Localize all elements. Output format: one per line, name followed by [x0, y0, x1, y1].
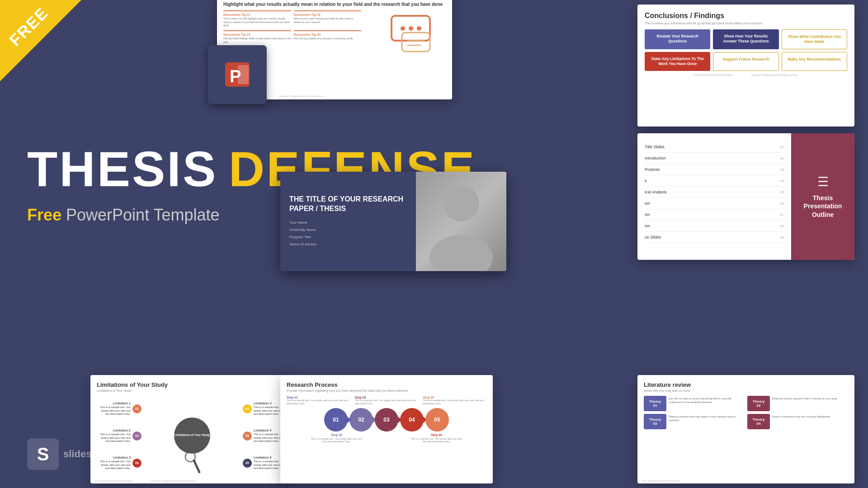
toc-list-icon: ☰ [817, 174, 829, 189]
conclusions-grid-2: State Any Limitations To The Work You Ha… [645, 52, 847, 71]
toc-list: Title Slides 01 Introduction 02 Purpose … [637, 133, 791, 260]
theory-02-box: Theory02 [747, 396, 770, 411]
svg-rect-9 [238, 65, 249, 84]
circle-1: 01 [324, 408, 348, 432]
lim-footer: Free Slidesalad PowerPoint Template Copy… [95, 479, 196, 482]
lit-footer: Free Slidesalad PowerPoint Template [642, 479, 679, 482]
toc-sidebar: ☰ Thesis Presentation Outline [791, 133, 854, 260]
toc-row-1: Title Slides 01 [645, 141, 784, 153]
research-top-steps: Step 01 This is a sample text. You simpl… [287, 396, 486, 405]
discussion-tip-4: Discussion Tip #4 How can you explain an… [294, 30, 362, 44]
conclusions-footer: Free Slidesalad PowerPoint Template Copy… [645, 74, 847, 76]
circle-2: 02 [349, 408, 373, 432]
powerpoint-icon-slide: P [208, 45, 267, 104]
conc-box-6: Make Any Recommendations [782, 52, 847, 71]
svg-point-2 [409, 26, 413, 31]
thesis-paper-title: THE TITLE OF YOUR RESEARCH PAPER / THESI… [289, 195, 407, 214]
limitations-center: Limitations of Your Study [174, 418, 210, 454]
research-circles: 01 02 03 04 05 [287, 408, 486, 432]
conc-box-2: Show How Your Results Answer These Quest… [713, 29, 778, 49]
toc-row-7: ion 07 [645, 209, 784, 221]
res-step-1: Step 01 This is a sample text. You simpl… [287, 396, 350, 405]
res-step-5: Step 05 This is a sample text. You simpl… [423, 396, 486, 405]
step-02-label: Step 02 [331, 433, 342, 436]
theory-04-desc: Areas of weakness that are currently hig… [772, 414, 848, 429]
chat-icon [387, 14, 446, 54]
research-title: Research Process [287, 381, 486, 388]
research-subtitle: Provide information regarding how you ha… [287, 389, 486, 392]
lit-row-4: Theory04 Areas of weakness that are curr… [747, 414, 848, 429]
toc-row-4: s 04 [645, 175, 784, 187]
limitations-subtitle: Limitations of Your Study [97, 389, 288, 392]
limitations-title: Limitations of Your Study [97, 381, 288, 388]
discussion-header: Highlight what your results actually mea… [223, 2, 446, 7]
circle-4: 04 [400, 408, 424, 432]
conc-box-1: Restate Your Research Questions [645, 29, 710, 49]
svg-point-11 [429, 235, 493, 271]
slide-toc: Title Slides 01 Introduction 02 Purpose … [637, 133, 854, 260]
svg-point-1 [401, 26, 405, 31]
lim-node-3: Limitation 3This is a sample text. You s… [99, 455, 142, 470]
slide-conclusions: Conclusions / Findings This is where you… [637, 5, 854, 127]
lit-row-3: Theory03 Different theories that may app… [644, 414, 745, 429]
thesis-right-photo [416, 172, 506, 271]
svg-line-13 [194, 460, 199, 472]
literature-title: Literature review [644, 381, 848, 388]
theory-03-desc: Different theories that may apply to you… [669, 414, 745, 429]
conc-box-5: Suggest Future Research [713, 52, 778, 71]
research-bottom-steps: Step 02 Step 04 [287, 433, 486, 436]
conc-box-3: Show What Contribution You Have Made [782, 29, 847, 49]
person-image [416, 172, 506, 271]
theory-01-box: Theory01 [644, 396, 666, 411]
lim-node-4: 04 Limitation 4This is a sample text. Yo… [243, 401, 285, 416]
conc-box-4: State Any Limitations To The Work You Ha… [645, 52, 710, 71]
theory-02-desc: Relevant current research that is releva… [772, 396, 848, 411]
toc-row-6: ion 06 [645, 198, 784, 209]
lim-node-6: 06 Limitation 6This is a sample text. Yo… [243, 455, 285, 470]
circle-3: 03 [375, 408, 398, 432]
lim-node-1: Limitation 1This is a sample text. You s… [99, 401, 142, 416]
lim-node-2: Limitation 2This is a sample text. You s… [99, 428, 142, 443]
discussion-tip-2: Discussion Tip #2 What are the major fin… [294, 10, 362, 28]
magnifier-icon [184, 450, 200, 475]
toc-row-5: ical Analysis 05 [645, 187, 784, 198]
literature-subtitle: Areas that you may wish to cover [644, 389, 848, 392]
theory-04-box: Theory04 [747, 414, 770, 429]
discussion-tip-1: Discussion Tip #1 This is where you will… [223, 10, 291, 28]
slide-literature: Literature review Areas that you may wis… [637, 375, 854, 483]
conclusions-grid: Restate Your Research Questions Show How… [645, 29, 847, 49]
slide-thesis-title: THE TITLE OF YOUR RESEARCH PAPER / THESI… [280, 172, 506, 271]
discussion-grid: Discussion Tip #1 This is where you will… [223, 10, 361, 44]
slide-limitations: Limitations of Your Study Limitations of… [90, 375, 294, 483]
limitations-diagram: Limitations of Your Study Limitation 1Th… [97, 396, 288, 475]
ppt-icon: P [222, 59, 253, 90]
discussion-tip-3: Discussion Tip #3 How do these findings … [223, 30, 291, 44]
toc-row-2: Introduction 02 [645, 153, 784, 164]
literature-grid: Theory01 you will not want to cover ever… [644, 396, 848, 429]
res-step-3: Step 03 This is a sample text. You simpl… [355, 396, 419, 405]
toc-row-9: ce Slides 09 [645, 232, 784, 243]
toc-row-8: ion 08 [645, 221, 784, 232]
svg-point-3 [417, 26, 421, 31]
thesis-meta: Your Name University Name Program Title … [289, 219, 407, 248]
logo-icon: S [27, 438, 59, 470]
lim-node-5: 05 Limitation 5This is a sample text. Yo… [243, 428, 285, 443]
theory-01-desc: you will not want to cover everything th… [669, 396, 745, 411]
conclusions-subtitle: This is where you summarize and tie up a… [645, 22, 847, 25]
research-bottom-desc: This is a sample text. You simply add yo… [287, 437, 486, 443]
svg-rect-4 [402, 33, 430, 52]
svg-point-10 [443, 185, 479, 221]
circle-5: 05 [425, 408, 449, 432]
toc-row-3: Purpose 03 [645, 164, 784, 175]
slide-research: Research Process Provide information reg… [280, 375, 493, 483]
theory-03-box: Theory03 [644, 414, 666, 429]
step-04-label: Step 04 [431, 433, 442, 436]
conclusions-title: Conclusions / Findings [645, 12, 847, 20]
lit-row-1: Theory01 you will not want to cover ever… [644, 396, 745, 411]
lit-row-2: Theory02 Relevant current research that … [747, 396, 848, 411]
thesis-left: THE TITLE OF YOUR RESEARCH PAPER / THESI… [280, 172, 416, 271]
toc-right-text: Thesis Presentation Outline [798, 194, 847, 219]
